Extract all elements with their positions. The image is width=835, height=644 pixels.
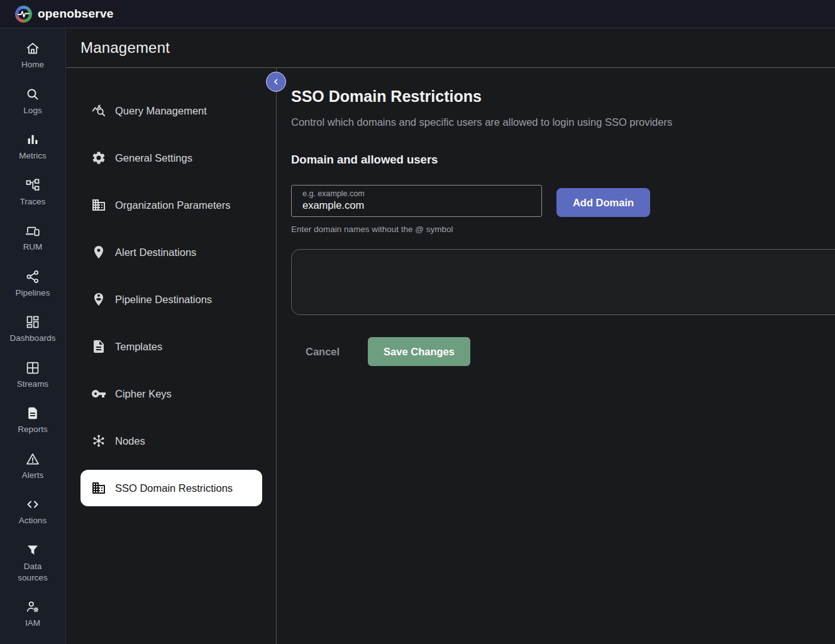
content-title: SSO Domain Restrictions [291,87,482,106]
topbar: openobserve [0,0,835,28]
nav-item-reports[interactable]: Reports [0,406,65,435]
openobserve-logo-icon[interactable] [15,6,32,23]
menu-item-label: Query Management [115,105,207,117]
dashboard-icon [25,314,40,330]
menu-item-query-management[interactable]: Query Management [80,92,262,129]
schema-icon [25,178,40,193]
section-title: Domain and allowed users [291,153,438,167]
filter-funnel-icon [25,543,40,558]
nav-label: Logs [23,105,41,116]
file-lines-icon [91,339,106,354]
menu-item-label: General Settings [115,152,192,164]
settings-menu: Query Management General Settings Organi… [66,68,277,644]
menu-item-general-settings[interactable]: General Settings [80,140,262,176]
nav-label: Actions [19,515,47,526]
menu-item-cipher-keys[interactable]: Cipher Keys [80,375,262,412]
nav-item-traces[interactable]: Traces [0,178,65,208]
share-icon [25,269,40,284]
nav-item-pipelines[interactable]: Pipelines [0,269,65,299]
nav-item-metrics[interactable]: Metrics [0,132,65,162]
nav-item-data-sources[interactable]: Data sources [0,543,65,583]
domain-input[interactable]: e.g. example.com example.com [291,185,542,217]
nav-item-rum[interactable]: RUM [0,223,65,253]
nav-label: Traces [20,196,46,208]
save-changes-button[interactable]: Save Changes [368,337,470,366]
add-domain-button[interactable]: Add Domain [556,188,650,217]
menu-item-organization-parameters[interactable]: Organization Parameters [80,187,262,223]
left-nav-rail: Home Logs Metrics Traces [0,28,66,644]
home-icon [25,41,40,56]
nav-item-streams[interactable]: Streams [0,360,65,390]
nav-item-home[interactable]: Home [0,41,65,70]
building-icon [91,480,106,496]
collapse-panel-button[interactable] [266,72,286,92]
menu-item-sso-domain-restrictions[interactable]: SSO Domain Restrictions [80,470,262,506]
location-pin-icon [91,245,106,260]
nav-label: RUM [23,242,43,253]
code-brackets-icon [25,497,40,512]
search-icon [25,87,40,102]
openobserve-app: openobserve Home Logs Metrics [0,0,835,644]
bar-chart-icon [25,132,40,147]
page-title: Management [80,39,170,57]
menu-item-label: Alert Destinations [115,247,196,258]
devices-icon [25,223,40,238]
nav-label: IAM [25,618,40,629]
menu-item-templates[interactable]: Templates [80,328,262,365]
domain-input-label: e.g. example.com [302,189,541,198]
menu-item-nodes[interactable]: Nodes [80,423,262,459]
menu-item-alert-destinations[interactable]: Alert Destinations [80,234,262,270]
nav-label: Dashboards [10,333,56,344]
nav-item-iam[interactable]: IAM [0,599,65,629]
menu-item-label: SSO Domain Restrictions [115,482,233,494]
menu-item-pipeline-destinations[interactable]: Pipeline Destinations [80,281,262,318]
chevron-left-icon [271,77,281,87]
nav-label: Alerts [22,470,44,481]
menu-item-label: Nodes [115,435,145,447]
domain-input-value: example.com [302,199,541,211]
nav-label: Metrics [19,150,47,162]
hub-nodes-icon [91,433,106,448]
nav-label: Pipelines [16,287,50,299]
user-gear-icon [25,599,40,614]
nav-item-actions[interactable]: Actions [0,497,65,526]
query-stats-icon [91,103,106,118]
menu-item-label: Organization Parameters [115,199,230,211]
key-icon [91,386,106,401]
grid-table-icon [25,360,40,375]
warning-triangle-icon [25,452,40,467]
menu-item-label: Templates [115,341,162,353]
nav-item-alerts[interactable]: Alerts [0,452,65,481]
nav-item-dashboards[interactable]: Dashboards [0,314,65,344]
nav-label: Reports [18,424,47,435]
menu-item-label: Cipher Keys [115,388,172,400]
domain-helper-text: Enter domain names without the @ symbol [291,225,453,234]
pulse-icon [15,6,32,23]
person-pin-icon [91,292,106,307]
document-icon [25,406,40,421]
nav-label: Home [21,59,44,70]
nav-label: Streams [17,379,48,390]
nav-label: Data sources [11,561,55,583]
menu-item-label: Pipeline Destinations [115,294,212,306]
content-subtitle: Control which domains and specific users… [291,116,672,128]
nav-item-logs[interactable]: Logs [0,87,65,116]
cancel-button[interactable]: Cancel [304,343,341,360]
allowed-users-box[interactable] [291,249,835,315]
logo-text: openobserve [38,7,113,21]
building-icon [91,197,106,213]
gear-icon [91,150,106,165]
page-header: Management [66,28,835,68]
